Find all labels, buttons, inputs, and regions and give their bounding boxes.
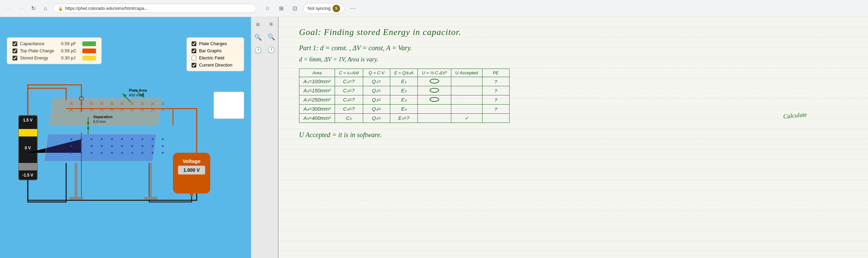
back-button[interactable]: ← (4, 4, 14, 13)
cell-ua-2 (451, 86, 482, 95)
svg-line-44 (151, 108, 154, 111)
not-syncing-button[interactable]: Not syncing S (303, 3, 344, 14)
table-row: A₁=100mm² C₁=? Q₁= E₁ ? (299, 77, 510, 86)
cell-c-1: C₁=? (335, 77, 363, 86)
bar-graphs-checkbox[interactable] (192, 49, 196, 53)
svg-point-67 (162, 145, 164, 147)
sidebar-search-icon[interactable]: 🔍 (267, 33, 276, 41)
sim-clock-icon[interactable]: 🕐 (253, 45, 263, 55)
measurements-panel: Capacitance 0.59 pF Top Plate Charge 0.5… (7, 37, 102, 64)
bookmark-star-button[interactable]: ☆ (262, 3, 273, 14)
capacitance-color-bar (82, 41, 96, 46)
cell-e-3: E₃ (390, 95, 418, 105)
svg-line-18 (120, 102, 124, 105)
svg-line-36 (110, 108, 114, 111)
address-bar[interactable]: 🔒 https://phet.colorado.edu/sims/html/ca… (53, 4, 256, 13)
table-row: A₃=250mm² C₃=? Q₃= E₃ ? (299, 95, 510, 105)
col-header-e: E = Q/ε₀A (390, 69, 418, 77)
lock-icon: 🔒 (58, 6, 63, 11)
svg-line-46 (161, 108, 164, 111)
svg-point-51 (101, 138, 103, 140)
svg-point-52 (111, 138, 113, 140)
svg-rect-47 (44, 134, 156, 161)
svg-line-24 (151, 102, 154, 105)
plate-charges-label: Plate Charges (199, 41, 227, 46)
table-row: A₄=300mm² C₄=? Q₄= E₄ ? (299, 105, 510, 114)
notebook-footer: U Accepted = it is in software. (299, 131, 848, 139)
svg-text:0 V: 0 V (25, 146, 31, 150)
current-direction-checkbox[interactable] (192, 63, 196, 68)
current-direction-label: Current Direction (199, 62, 232, 68)
home-button[interactable]: ⌂ (41, 4, 50, 13)
cell-c-4: C₄=? (335, 105, 363, 114)
svg-point-48 (70, 138, 72, 140)
svg-point-68 (70, 152, 72, 154)
svg-line-31 (90, 108, 93, 111)
col-header-q: Q = C·V (363, 69, 390, 77)
stored-energy-row: Stored Energy 0.30 pJ (13, 55, 96, 60)
svg-point-77 (162, 152, 164, 154)
plate-charges-checkbox[interactable] (192, 41, 196, 46)
capacitance-row: Capacitance 0.59 pF (13, 41, 96, 46)
svg-line-25 (161, 102, 164, 105)
notebook-title: Goal: Finding stored Energy in capacitor… (299, 27, 848, 37)
profile-avatar: S (333, 5, 340, 12)
svg-point-56 (152, 138, 154, 140)
top-plate-charge-row: Top Plate Charge 0.59 pC (13, 48, 96, 53)
cell-pe-3: ? (482, 95, 509, 105)
svg-point-57 (162, 138, 164, 140)
svg-point-65 (141, 145, 143, 147)
cell-u-2 (418, 86, 451, 95)
white-info-box (214, 92, 244, 119)
main-content: ≡ 🔍 🕐 Capacitance 0.59 pF Top Plate Char… (0, 17, 868, 258)
svg-line-9 (80, 102, 83, 105)
svg-text:-1.5 V: -1.5 V (22, 173, 33, 178)
electric-field-checkbox[interactable] (192, 56, 196, 60)
notebook-content: Goal: Finding stored Energy in capacitor… (279, 17, 868, 149)
sidebar-clock-icon[interactable]: 🕐 (267, 45, 276, 54)
sidebar-menu-icon[interactable]: ≡ (267, 20, 276, 29)
reload-button[interactable]: ↻ (28, 4, 38, 13)
cell-pe-5 (482, 114, 509, 123)
bookmark-list-button[interactable]: ⊞ (276, 3, 286, 14)
cell-area-1: A₁=100mm² (299, 77, 335, 86)
cell-q-3: Q₃= (363, 95, 390, 105)
svg-line-45 (161, 108, 164, 111)
not-syncing-label: Not syncing (308, 6, 331, 11)
svg-marker-86 (122, 93, 127, 98)
svg-point-59 (80, 145, 82, 147)
svg-point-66 (152, 145, 154, 147)
more-options-button[interactable]: ⋯ (348, 3, 358, 14)
cell-u-3 (418, 95, 451, 105)
svg-text:Plate Area: Plate Area (129, 88, 147, 92)
cell-u-4 (418, 105, 451, 114)
cell-u-5 (418, 114, 451, 123)
table-row: A₅=400mm² C₅ Q₅= E₅=? ✓ (299, 114, 510, 123)
cell-pe-2: ? (482, 86, 509, 95)
svg-rect-99 (149, 163, 152, 197)
svg-line-41 (141, 108, 144, 111)
svg-line-38 (120, 108, 124, 111)
notebook-table: Area C = ε₀·A/d Q = C·V E = Q/ε₀A U = ½·… (299, 69, 510, 123)
capacitance-checkbox[interactable] (13, 41, 17, 46)
calc-overlay-text: Calculate (783, 111, 807, 120)
cast-button[interactable]: ⊡ (290, 3, 300, 14)
top-plate-charge-color-bar (82, 49, 96, 53)
sim-search-icon[interactable]: 🔍 (253, 33, 263, 42)
stored-energy-checkbox[interactable] (13, 56, 17, 60)
svg-marker-88 (141, 92, 144, 98)
svg-line-23 (151, 102, 154, 105)
col-header-ua: U Accepted (451, 69, 482, 77)
svg-text:400 mm²: 400 mm² (129, 93, 144, 97)
forward-button[interactable]: → (16, 4, 26, 13)
sim-menu-icon[interactable]: ≡ (253, 20, 263, 29)
top-plate-charge-checkbox[interactable] (13, 49, 17, 53)
svg-point-50 (91, 138, 93, 140)
svg-point-97 (190, 193, 193, 197)
svg-point-71 (101, 152, 103, 154)
svg-rect-95 (178, 166, 205, 174)
cell-ua-1 (451, 77, 482, 86)
svg-point-64 (131, 145, 133, 147)
svg-marker-84 (87, 122, 90, 126)
svg-point-58 (70, 145, 72, 147)
